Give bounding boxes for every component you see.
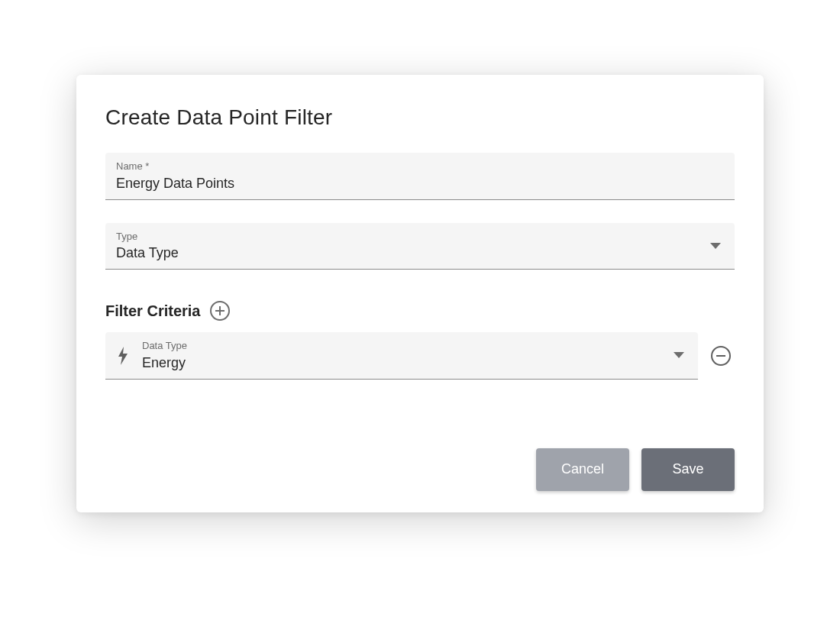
name-label: Name * (116, 160, 724, 173)
create-filter-dialog: Create Data Point Filter Name * Type Dat… (76, 75, 764, 512)
type-field-container[interactable]: Type Data Type (105, 223, 735, 270)
minus-circle-icon (710, 345, 732, 367)
dialog-footer: Cancel Save (105, 448, 735, 491)
type-label: Type (116, 231, 724, 243)
filter-criteria-header: Filter Criteria (105, 300, 735, 322)
save-button[interactable]: Save (641, 448, 735, 491)
add-criteria-button[interactable] (209, 300, 231, 322)
type-value: Data Type (116, 242, 724, 263)
name-input[interactable] (116, 173, 724, 193)
filter-criteria-heading: Filter Criteria (105, 302, 200, 320)
criteria-select[interactable]: Data Type Energy (105, 332, 698, 380)
cancel-button[interactable]: Cancel (536, 448, 629, 491)
name-field-container[interactable]: Name * (105, 153, 735, 200)
dialog-title: Create Data Point Filter (105, 105, 735, 130)
criteria-label: Data Type (142, 340, 687, 352)
bolt-icon (116, 345, 130, 367)
plus-circle-icon (209, 300, 231, 322)
criteria-value: Energy (142, 352, 687, 373)
remove-criteria-button[interactable] (710, 345, 732, 367)
criteria-row: Data Type Energy (105, 332, 735, 380)
